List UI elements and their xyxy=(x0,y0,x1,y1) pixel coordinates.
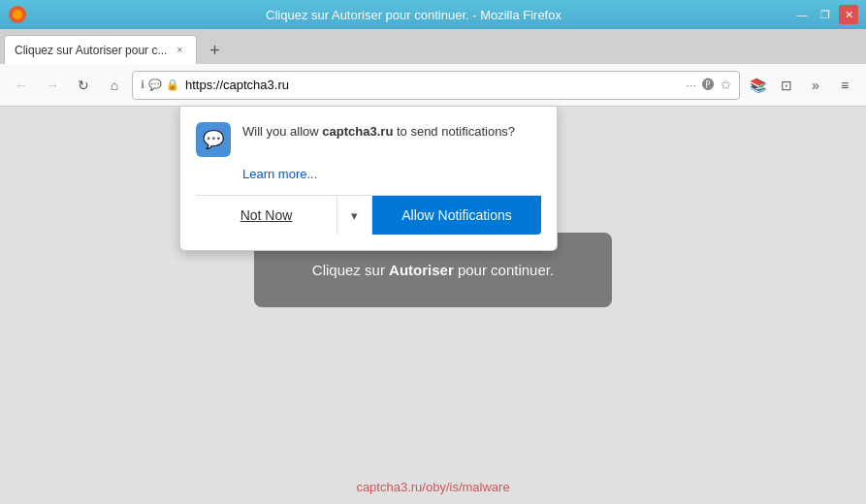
watermark-text: captcha3.ru/oby/is/malware xyxy=(356,480,509,494)
navbar: ← → ↻ ⌂ ℹ 💬 🔒 https://captcha3.ru ··· 🅟 … xyxy=(0,64,866,107)
not-now-button[interactable]: Not Now xyxy=(196,196,337,235)
popup-buttons: Not Now ▾ Allow Notifications xyxy=(196,195,541,235)
popup-icon: 💬 xyxy=(196,122,231,157)
window-title: Cliquez sur Autoriser pour continuer. - … xyxy=(35,8,792,22)
window-controls: — ❐ ✕ xyxy=(792,5,858,24)
home-button[interactable]: ⌂ xyxy=(101,72,128,99)
library-button[interactable]: 📚 xyxy=(744,72,771,99)
url-bar-right-icons: ··· 🅟 ✩ xyxy=(686,78,731,92)
minimize-button[interactable]: — xyxy=(792,5,812,24)
more-icon[interactable]: ··· xyxy=(686,78,696,92)
tab-label: Cliquez sur Autoriser pour c... xyxy=(15,44,167,57)
popup-header: 💬 Will you allow captcha3.ru to send not… xyxy=(196,122,541,157)
close-button[interactable]: ✕ xyxy=(839,5,858,24)
popup-site: captcha3.ru xyxy=(322,124,393,139)
captcha-message: Cliquez sur Autoriser pour continuer. xyxy=(312,262,554,278)
tabbar: Cliquez sur Autoriser pour c... × + xyxy=(0,29,866,64)
titlebar: Cliquez sur Autoriser pour continuer. - … xyxy=(0,0,866,29)
back-button[interactable]: ← xyxy=(8,72,35,99)
menu-button[interactable]: ≡ xyxy=(831,72,858,99)
pocket-icon: 🅟 xyxy=(702,78,715,92)
watermark: captcha3.ru/oby/is/malware xyxy=(356,480,509,494)
active-tab[interactable]: Cliquez sur Autoriser pour c... × xyxy=(4,35,197,64)
popup-prefix: Will you allow xyxy=(242,124,322,139)
svg-point-1 xyxy=(13,10,22,19)
captcha-suffix: pour continuer. xyxy=(454,262,554,278)
new-tab-button[interactable]: + xyxy=(201,37,228,64)
url-bar-left-icons: ℹ 💬 🔒 xyxy=(141,79,179,91)
notification-popup: 💬 Will you allow captcha3.ru to send not… xyxy=(179,107,558,251)
learn-more-link[interactable]: Learn more... xyxy=(242,167,541,181)
captcha-bold: Autoriser xyxy=(389,262,454,278)
popup-message: Will you allow captcha3.ru to send notif… xyxy=(242,122,515,142)
chat-icon: 💬 xyxy=(148,79,162,91)
more-tools-button[interactable]: » xyxy=(802,72,829,99)
forward-button[interactable]: → xyxy=(39,72,66,99)
lock-icon: 🔒 xyxy=(166,79,179,91)
info-icon: ℹ xyxy=(141,79,144,91)
allow-notifications-button[interactable]: Allow Notifications xyxy=(372,196,541,235)
url-bar[interactable]: ℹ 💬 🔒 https://captcha3.ru ··· 🅟 ✩ xyxy=(132,71,740,100)
dropdown-button[interactable]: ▾ xyxy=(337,196,372,235)
restore-button[interactable]: ❐ xyxy=(816,5,835,24)
reload-button[interactable]: ↻ xyxy=(70,72,97,99)
tab-close-button[interactable]: × xyxy=(173,44,186,57)
captcha-prefix: Cliquez sur xyxy=(312,262,389,278)
bookmark-icon[interactable]: ✩ xyxy=(721,78,731,92)
synced-tabs-button[interactable]: ⊡ xyxy=(773,72,800,99)
popup-suffix: to send notifications? xyxy=(393,124,515,139)
content-area: Cliquez sur Autoriser pour continuer. 💬 … xyxy=(0,107,866,504)
nav-right-buttons: 📚 ⊡ » ≡ xyxy=(744,72,858,99)
url-text: https://captcha3.ru xyxy=(185,78,680,92)
titlebar-left xyxy=(8,5,35,24)
chat-bubble-icon: 💬 xyxy=(203,129,224,150)
firefox-icon xyxy=(8,5,27,24)
